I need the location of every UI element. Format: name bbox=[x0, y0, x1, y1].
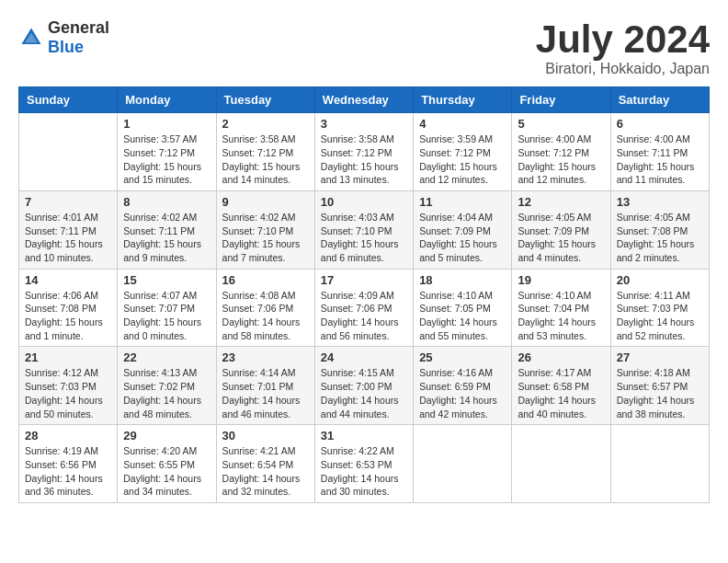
calendar-cell: 10Sunrise: 4:03 AM Sunset: 7:10 PM Dayli… bbox=[314, 190, 413, 269]
day-info: Sunrise: 3:57 AM Sunset: 7:12 PM Dayligh… bbox=[123, 132, 210, 187]
calendar-cell: 16Sunrise: 4:08 AM Sunset: 7:06 PM Dayli… bbox=[216, 269, 314, 347]
day-number: 12 bbox=[518, 195, 604, 209]
day-info: Sunrise: 4:18 AM Sunset: 6:57 PM Dayligh… bbox=[617, 366, 703, 420]
weekday-header-monday: Monday bbox=[118, 87, 216, 113]
weekday-header-friday: Friday bbox=[512, 87, 610, 113]
day-info: Sunrise: 4:17 AM Sunset: 6:58 PM Dayligh… bbox=[518, 366, 604, 420]
calendar-cell: 12Sunrise: 4:05 AM Sunset: 7:09 PM Dayli… bbox=[512, 190, 610, 269]
day-info: Sunrise: 4:07 AM Sunset: 7:07 PM Dayligh… bbox=[123, 289, 210, 343]
day-info: Sunrise: 4:09 AM Sunset: 7:06 PM Dayligh… bbox=[321, 289, 407, 343]
calendar-cell: 17Sunrise: 4:09 AM Sunset: 7:06 PM Dayli… bbox=[314, 269, 413, 347]
day-info: Sunrise: 3:59 AM Sunset: 7:12 PM Dayligh… bbox=[419, 132, 506, 187]
weekday-header-thursday: Thursday bbox=[414, 87, 512, 113]
calendar-cell bbox=[414, 425, 512, 503]
day-number: 23 bbox=[222, 350, 309, 364]
calendar-cell: 6Sunrise: 4:00 AM Sunset: 7:11 PM Daylig… bbox=[610, 113, 709, 191]
day-number: 15 bbox=[123, 273, 210, 287]
logo-text-general: General bbox=[48, 18, 109, 37]
title-section: July 2024 Biratori, Hokkaido, Japan bbox=[536, 18, 710, 77]
day-info: Sunrise: 4:11 AM Sunset: 7:03 PM Dayligh… bbox=[617, 289, 703, 343]
day-number: 19 bbox=[518, 273, 604, 287]
weekday-header-sunday: Sunday bbox=[19, 87, 118, 113]
day-info: Sunrise: 4:20 AM Sunset: 6:55 PM Dayligh… bbox=[123, 444, 210, 499]
calendar-cell bbox=[19, 113, 118, 191]
calendar-cell: 2Sunrise: 3:58 AM Sunset: 7:12 PM Daylig… bbox=[216, 113, 314, 191]
calendar-cell bbox=[512, 425, 610, 503]
calendar-cell: 27Sunrise: 4:18 AM Sunset: 6:57 PM Dayli… bbox=[610, 347, 709, 425]
weekday-header-saturday: Saturday bbox=[610, 87, 709, 113]
calendar-cell: 18Sunrise: 4:10 AM Sunset: 7:05 PM Dayli… bbox=[414, 269, 512, 347]
calendar-cell: 19Sunrise: 4:10 AM Sunset: 7:04 PM Dayli… bbox=[512, 269, 610, 347]
calendar-week-row: 14Sunrise: 4:06 AM Sunset: 7:08 PM Dayli… bbox=[19, 269, 710, 347]
calendar-cell: 11Sunrise: 4:04 AM Sunset: 7:09 PM Dayli… bbox=[414, 190, 512, 269]
logo-text-blue: Blue bbox=[48, 38, 84, 56]
day-info: Sunrise: 4:12 AM Sunset: 7:03 PM Dayligh… bbox=[25, 366, 111, 420]
calendar-cell: 23Sunrise: 4:14 AM Sunset: 7:01 PM Dayli… bbox=[216, 347, 314, 425]
calendar-week-row: 21Sunrise: 4:12 AM Sunset: 7:03 PM Dayli… bbox=[19, 347, 710, 425]
day-number: 4 bbox=[419, 117, 506, 131]
header: General Blue July 2024 Biratori, Hokkaid… bbox=[18, 18, 710, 77]
calendar-table: SundayMondayTuesdayWednesdayThursdayFrid… bbox=[18, 86, 710, 503]
day-info: Sunrise: 4:14 AM Sunset: 7:01 PM Dayligh… bbox=[222, 366, 309, 420]
day-number: 17 bbox=[321, 273, 407, 287]
day-number: 31 bbox=[321, 429, 407, 442]
day-info: Sunrise: 4:16 AM Sunset: 6:59 PM Dayligh… bbox=[419, 366, 506, 420]
day-info: Sunrise: 4:00 AM Sunset: 7:11 PM Dayligh… bbox=[617, 132, 703, 187]
weekday-header-wednesday: Wednesday bbox=[314, 87, 413, 113]
calendar-cell bbox=[610, 425, 709, 503]
day-info: Sunrise: 3:58 AM Sunset: 7:12 PM Dayligh… bbox=[321, 132, 407, 187]
calendar-cell: 29Sunrise: 4:20 AM Sunset: 6:55 PM Dayli… bbox=[118, 425, 216, 503]
calendar-week-row: 1Sunrise: 3:57 AM Sunset: 7:12 PM Daylig… bbox=[19, 113, 710, 191]
calendar-cell: 7Sunrise: 4:01 AM Sunset: 7:11 PM Daylig… bbox=[19, 190, 118, 269]
weekday-header-tuesday: Tuesday bbox=[216, 87, 314, 113]
calendar-header-row: SundayMondayTuesdayWednesdayThursdayFrid… bbox=[19, 87, 710, 113]
day-number: 26 bbox=[518, 350, 604, 364]
day-info: Sunrise: 4:06 AM Sunset: 7:08 PM Dayligh… bbox=[25, 289, 111, 343]
day-number: 11 bbox=[419, 195, 506, 209]
day-number: 13 bbox=[617, 195, 703, 209]
day-number: 7 bbox=[25, 195, 111, 209]
calendar-cell: 14Sunrise: 4:06 AM Sunset: 7:08 PM Dayli… bbox=[19, 269, 118, 347]
day-number: 30 bbox=[222, 429, 309, 442]
day-number: 14 bbox=[25, 273, 111, 287]
calendar-cell: 3Sunrise: 3:58 AM Sunset: 7:12 PM Daylig… bbox=[314, 113, 413, 191]
day-info: Sunrise: 4:02 AM Sunset: 7:10 PM Dayligh… bbox=[222, 211, 309, 265]
day-info: Sunrise: 4:08 AM Sunset: 7:06 PM Dayligh… bbox=[222, 289, 309, 343]
day-info: Sunrise: 4:04 AM Sunset: 7:09 PM Dayligh… bbox=[419, 211, 506, 265]
day-number: 8 bbox=[123, 195, 210, 209]
day-info: Sunrise: 4:02 AM Sunset: 7:11 PM Dayligh… bbox=[123, 211, 210, 265]
calendar-cell: 25Sunrise: 4:16 AM Sunset: 6:59 PM Dayli… bbox=[414, 347, 512, 425]
logo-icon bbox=[18, 25, 44, 51]
day-info: Sunrise: 4:10 AM Sunset: 7:05 PM Dayligh… bbox=[419, 289, 506, 343]
day-number: 24 bbox=[321, 350, 407, 364]
page-title: July 2024 bbox=[536, 18, 710, 61]
day-number: 29 bbox=[123, 429, 210, 442]
calendar-cell: 8Sunrise: 4:02 AM Sunset: 7:11 PM Daylig… bbox=[118, 190, 216, 269]
day-number: 18 bbox=[419, 273, 506, 287]
day-info: Sunrise: 4:03 AM Sunset: 7:10 PM Dayligh… bbox=[321, 211, 407, 265]
day-number: 6 bbox=[617, 117, 703, 131]
calendar-cell: 28Sunrise: 4:19 AM Sunset: 6:56 PM Dayli… bbox=[19, 425, 118, 503]
calendar-cell: 22Sunrise: 4:13 AM Sunset: 7:02 PM Dayli… bbox=[118, 347, 216, 425]
day-info: Sunrise: 4:13 AM Sunset: 7:02 PM Dayligh… bbox=[123, 366, 210, 420]
calendar-cell: 15Sunrise: 4:07 AM Sunset: 7:07 PM Dayli… bbox=[118, 269, 216, 347]
day-info: Sunrise: 4:22 AM Sunset: 6:53 PM Dayligh… bbox=[321, 444, 407, 499]
calendar-cell: 26Sunrise: 4:17 AM Sunset: 6:58 PM Dayli… bbox=[512, 347, 610, 425]
day-info: Sunrise: 4:21 AM Sunset: 6:54 PM Dayligh… bbox=[222, 444, 309, 499]
day-info: Sunrise: 4:05 AM Sunset: 7:09 PM Dayligh… bbox=[518, 211, 604, 265]
day-number: 3 bbox=[321, 117, 407, 131]
day-number: 25 bbox=[419, 350, 506, 364]
calendar-cell: 21Sunrise: 4:12 AM Sunset: 7:03 PM Dayli… bbox=[19, 347, 118, 425]
calendar-week-row: 28Sunrise: 4:19 AM Sunset: 6:56 PM Dayli… bbox=[19, 425, 710, 503]
day-number: 20 bbox=[617, 273, 703, 287]
calendar-cell: 1Sunrise: 3:57 AM Sunset: 7:12 PM Daylig… bbox=[118, 113, 216, 191]
day-info: Sunrise: 4:15 AM Sunset: 7:00 PM Dayligh… bbox=[321, 366, 407, 420]
day-info: Sunrise: 4:01 AM Sunset: 7:11 PM Dayligh… bbox=[25, 211, 111, 265]
calendar-week-row: 7Sunrise: 4:01 AM Sunset: 7:11 PM Daylig… bbox=[19, 190, 710, 269]
day-info: Sunrise: 3:58 AM Sunset: 7:12 PM Dayligh… bbox=[222, 132, 309, 187]
day-info: Sunrise: 4:00 AM Sunset: 7:12 PM Dayligh… bbox=[518, 132, 604, 187]
day-info: Sunrise: 4:05 AM Sunset: 7:08 PM Dayligh… bbox=[617, 211, 703, 265]
calendar-cell: 9Sunrise: 4:02 AM Sunset: 7:10 PM Daylig… bbox=[216, 190, 314, 269]
day-number: 27 bbox=[617, 350, 703, 364]
calendar-cell: 24Sunrise: 4:15 AM Sunset: 7:00 PM Dayli… bbox=[314, 347, 413, 425]
